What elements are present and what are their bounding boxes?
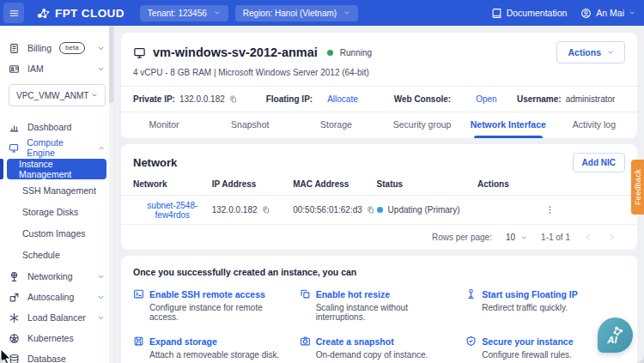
chevron-down-icon [214, 9, 221, 16]
actions-label: Actions [568, 47, 601, 57]
user-name: An Mai [596, 8, 624, 18]
user-menu[interactable]: An Mai [580, 8, 635, 19]
ai-assistant-button[interactable]: AI [598, 318, 633, 353]
tip-hot-resize-link[interactable]: Enable hot resize [300, 288, 390, 299]
sidebar-item-label: Billing [27, 43, 52, 53]
chevron-down-icon [97, 65, 105, 73]
column-actions: Actions [477, 179, 625, 189]
tab-network-interface[interactable]: Network Interface [465, 112, 551, 138]
documentation-label: Documentation [507, 8, 568, 18]
sidebar-item-dashboard[interactable]: Dashboard [0, 117, 113, 137]
tip-enable-ssh: Enable SSH remote access Configure insta… [133, 288, 293, 322]
sidebar-item-storage-disks[interactable]: Storage Disks [7, 202, 106, 222]
username-value: administrator [566, 94, 616, 104]
billing-icon [9, 43, 20, 54]
feedback-tab[interactable]: Feedback [631, 160, 644, 215]
add-nic-button[interactable]: Add NIC [573, 153, 625, 172]
chevron-down-icon [91, 92, 98, 99]
network-section-title: Network [133, 156, 177, 169]
sidebar-scrollbar[interactable] [109, 26, 113, 363]
active-indicator [0, 159, 3, 179]
column-network: Network [133, 179, 212, 189]
tab-security-group[interactable]: Security group [380, 112, 465, 138]
kubernetes-icon [9, 333, 20, 344]
instance-specs: 4 vCPU - 8 GB RAM | Microsoft Windows Se… [121, 66, 637, 86]
chevron-right-icon [607, 233, 617, 242]
row-actions-kebab-button[interactable] [544, 203, 556, 216]
sidebar-item-load-balancer[interactable]: Load Balancer [0, 307, 113, 328]
sidebar-item-custom-images[interactable]: Custom Images [7, 223, 106, 244]
tips-card: Once you successfully created an instanc… [121, 256, 637, 363]
sidebar-item-networking[interactable]: Networking [0, 266, 113, 287]
tenant-selector[interactable]: Tenant: 123456 [140, 5, 228, 21]
private-ip-value: 132.0.0.182 [179, 94, 225, 104]
copy-private-ip-button[interactable] [229, 95, 237, 103]
allocate-floating-ip-link[interactable]: Allocate [327, 94, 358, 104]
chevron-up-icon [98, 144, 105, 152]
mac-address-value: 00:50:56:01:62:d3 [293, 205, 362, 215]
sidebar-item-autoscaling[interactable]: Autoscaling [0, 287, 113, 307]
instance-info-row: Private IP: 132.0.0.182 Floating IP: All… [121, 87, 637, 112]
copy-ip-button[interactable] [262, 206, 270, 214]
rows-per-page-select[interactable]: 10 [506, 233, 527, 242]
page-title: vm-windows-sv-2012-anmai [153, 45, 318, 59]
chevron-down-icon [97, 45, 105, 52]
table-header: Network IP Address MAC Address Status Ac… [121, 179, 637, 196]
tip-title: Expand storage [149, 336, 217, 347]
sidebar-item-label: Schedule [22, 250, 60, 260]
tip-description: Attach a removeable storage disk. [149, 350, 293, 360]
sidebar-item-database[interactable]: Database [0, 348, 113, 363]
copy-mac-button[interactable] [367, 206, 374, 214]
web-console-label: Web Console: [394, 94, 451, 104]
brand-logo[interactable]: FPT CLOUD [36, 6, 125, 21]
floating-ip-field: Floating IP: Allocate [266, 94, 394, 104]
sidebar-item-compute-engine[interactable]: Compute Engine [0, 137, 113, 158]
sidebar-item-label: Instance Management [7, 159, 106, 179]
status-text: Running [340, 48, 372, 57]
tip-description: On-demand copy of instance. [316, 350, 459, 360]
tip-secure-instance-link[interactable]: Secure your instance [465, 336, 573, 347]
tip-hot-resize: Enable hot resize Scaling instance witho… [300, 288, 459, 322]
menu-toggle-button[interactable] [3, 3, 24, 23]
tab-monitor[interactable]: Monitor [121, 112, 207, 138]
open-web-console-link[interactable]: Open [476, 94, 496, 104]
tip-expand-storage-link[interactable]: Expand storage [133, 336, 217, 347]
sidebar-item-schedule[interactable]: Schedule [7, 245, 106, 265]
next-page-button[interactable] [607, 233, 617, 242]
tip-enable-ssh-link[interactable]: Enable SSH remote access [133, 288, 265, 299]
main-content: vm-windows-sv-2012-anmai Running Actions… [114, 26, 644, 363]
documentation-link[interactable]: Documentation [491, 8, 568, 19]
sidebar-item-iam[interactable]: IAM [0, 58, 113, 79]
dashboard-icon [9, 122, 20, 133]
copy-icon [367, 206, 374, 214]
tip-create-snapshot-link[interactable]: Create a snapshot [300, 336, 394, 347]
previous-page-button[interactable] [584, 233, 593, 242]
tab-snapshot[interactable]: Snapshot [207, 112, 293, 138]
sidebar-item-instance-management[interactable]: Instance Management [0, 159, 106, 179]
tip-title: Secure your instance [482, 336, 573, 347]
sidebar-item-label: Storage Disks [22, 207, 78, 217]
book-icon [491, 8, 502, 19]
tip-floating-ip: Start using Floating IP Redirect traffic… [465, 288, 625, 322]
chevron-down-icon [343, 9, 350, 16]
sidebar-item-kubernetes[interactable]: Kubernetes [0, 328, 113, 348]
tips-title: Once you successfully created an instanc… [133, 267, 625, 277]
storage-disk-icon [133, 336, 144, 347]
tenant-label: Tenant: 123456 [148, 9, 207, 18]
tab-storage[interactable]: Storage [293, 112, 379, 138]
tip-floating-ip-link[interactable]: Start using Floating IP [465, 288, 577, 299]
subnet-link[interactable]: subnet-2548-few4rdos [133, 201, 212, 220]
region-selector[interactable]: Region: Hanoi (Vietnam) [235, 5, 358, 21]
actions-button[interactable]: Actions [556, 41, 625, 64]
vpc-selector[interactable]: VPC_VMW_ANMT [9, 84, 106, 106]
sidebar-item-billing[interactable]: Billing beta [0, 38, 113, 58]
sidebar-item-ssh-management[interactable]: SSH Management [7, 180, 106, 201]
sidebar-item-label: SSH Management [22, 185, 96, 196]
username-field: Username: administrator [517, 94, 625, 104]
beta-badge: beta [59, 42, 85, 54]
sidebar-item-label: Database [27, 354, 66, 363]
region-label: Region: Hanoi (Vietnam) [243, 9, 337, 18]
tip-description: Scaling instance without interruptions. [316, 303, 459, 322]
tab-activity-log[interactable]: Activity log [551, 112, 637, 138]
column-ip-address: IP Address [212, 179, 294, 189]
